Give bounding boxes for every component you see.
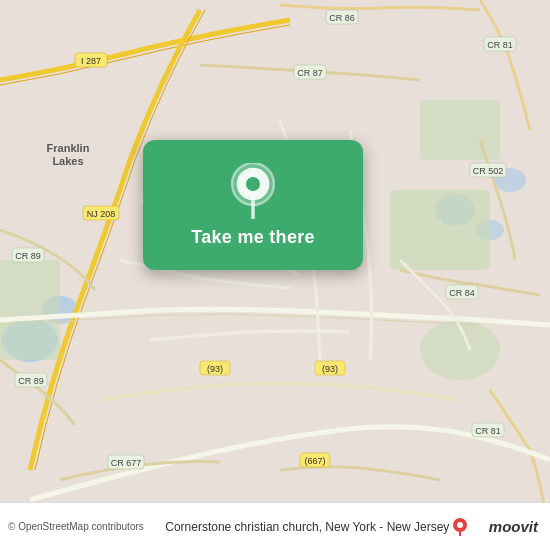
map-svg: CR 86 I 287 CR 81 CR 87 CR 502 NJ 208 CR… (0, 0, 550, 550)
location-pin-icon (229, 163, 277, 219)
svg-rect-6 (420, 100, 500, 160)
svg-text:CR 86: CR 86 (329, 13, 355, 23)
svg-text:CR 502: CR 502 (473, 166, 504, 176)
svg-rect-5 (390, 190, 490, 270)
svg-point-44 (457, 522, 463, 528)
location-section: Cornerstone christian church, New York -… (144, 518, 489, 536)
copyright-text: © OpenStreetMap contributors (8, 521, 144, 532)
svg-text:NJ 208: NJ 208 (87, 209, 116, 219)
location-label: Cornerstone christian church, New York -… (165, 520, 449, 534)
map-container: CR 86 I 287 CR 81 CR 87 CR 502 NJ 208 CR… (0, 0, 550, 550)
svg-text:I 287: I 287 (81, 56, 101, 66)
svg-text:Lakes: Lakes (52, 155, 83, 167)
svg-text:CR 81: CR 81 (475, 426, 501, 436)
svg-text:(93): (93) (207, 364, 223, 374)
svg-text:(667): (667) (304, 456, 325, 466)
svg-text:CR 677: CR 677 (111, 458, 142, 468)
svg-text:CR 81: CR 81 (487, 40, 513, 50)
svg-text:(93): (93) (322, 364, 338, 374)
navigation-card[interactable]: Take me there (143, 140, 363, 270)
svg-text:Franklin: Franklin (47, 142, 90, 154)
svg-text:CR 89: CR 89 (15, 251, 41, 261)
svg-point-41 (246, 177, 260, 191)
moovit-wordmark: moovit (489, 518, 538, 535)
moovit-logo: moovit (489, 518, 538, 535)
svg-rect-7 (0, 260, 60, 360)
svg-text:CR 84: CR 84 (449, 288, 475, 298)
moovit-pin-icon (453, 518, 467, 536)
bottom-bar: © OpenStreetMap contributors Cornerstone… (0, 502, 550, 550)
svg-text:CR 89: CR 89 (18, 376, 44, 386)
bottom-left-section: © OpenStreetMap contributors (8, 521, 144, 532)
take-me-there-button[interactable]: Take me there (191, 227, 315, 248)
svg-text:CR 87: CR 87 (297, 68, 323, 78)
